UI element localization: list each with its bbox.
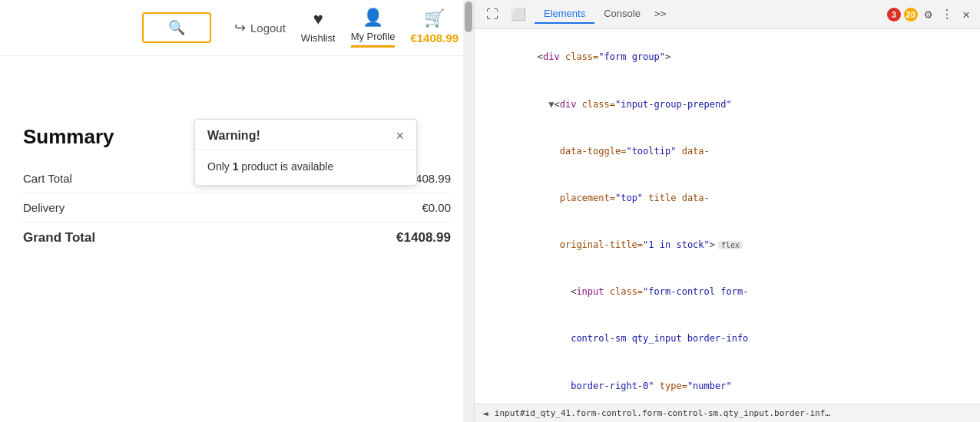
devtools-panel: ⛶ ⬜ Elements Console >> 3 20 ⚙ ⋮ ✕ <div … [475, 0, 980, 422]
menu-icon[interactable]: ⋮ [939, 5, 955, 24]
element-picker-icon[interactable]: ⛶ [482, 5, 502, 24]
cart-total-label: Cart Total [23, 172, 72, 185]
grand-total-label: Grand Total [23, 230, 95, 246]
grand-total-value: €1408.99 [396, 230, 451, 246]
code-line-1: <div class="form group"> [475, 34, 980, 81]
devtools-code-area[interactable]: <div class="form group"> ▼<div class="in… [475, 29, 980, 404]
code-line-7: control-sm qty_input border-info [475, 315, 980, 362]
devtools-tabs: Elements Console >> [535, 5, 671, 24]
delivery-row: Delivery €0.00 [23, 193, 451, 223]
scroll-thumb[interactable] [465, 2, 472, 32]
code-line-3: data-toggle="tooltip" data- [475, 127, 980, 174]
error-badge: 3 [887, 8, 901, 21]
warning-header: Warning! × [195, 120, 416, 150]
warning-body: Only 1 product is available [195, 150, 416, 185]
nav-items: ↪ Logout ♥ Wishlist 👤 My Profile 🛒 €1408… [234, 8, 459, 48]
grand-total-row: Grand Total €1408.99 [23, 223, 451, 253]
delivery-label: Delivery [23, 201, 65, 214]
warning-title: Warning! [207, 129, 260, 143]
logout-button[interactable]: ↪ Logout [234, 19, 286, 36]
nav-item-wishlist[interactable]: ♥ Wishlist [301, 9, 336, 47]
warning-close-button[interactable]: × [396, 129, 404, 143]
tab-elements[interactable]: Elements [535, 5, 594, 24]
devtools-statusbar: ◄ input#id_qty_41.form-control.form-cont… [475, 404, 980, 422]
logout-label: Logout [250, 21, 286, 35]
tab-more[interactable]: >> [650, 5, 671, 24]
code-line-8: border-right-0" type="number" [475, 362, 980, 404]
search-box[interactable]: 🔍 [142, 12, 211, 43]
code-line-5: original-title="1 in stock">flex [475, 222, 980, 269]
header-nav: 🔍 ↪ Logout ♥ Wishlist 👤 My Profile 🛒 €14… [0, 0, 474, 56]
code-line-4: placement="top" title data- [475, 175, 980, 222]
close-devtools-icon[interactable]: ✕ [960, 5, 972, 24]
logout-icon: ↪ [234, 19, 246, 36]
settings-icon[interactable]: ⚙ [922, 5, 935, 24]
wishlist-icon: ♥ [313, 9, 323, 29]
cart-label: €1408.99 [410, 31, 459, 45]
left-panel: 🔍 ↪ Logout ♥ Wishlist 👤 My Profile 🛒 €14… [0, 0, 475, 422]
profile-icon: 👤 [363, 8, 383, 28]
search-icon: 🔍 [168, 19, 185, 36]
warning-badge: 20 [904, 8, 918, 21]
warning-message-part2: product is available [238, 160, 333, 173]
scrollbar[interactable] [463, 0, 474, 422]
device-toggle-icon[interactable]: ⬜ [507, 5, 530, 24]
delivery-value: €0.00 [422, 201, 451, 214]
cart-icon: 🛒 [424, 8, 445, 28]
warning-message-part1: Only [207, 160, 233, 173]
nav-item-cart[interactable]: 🛒 €1408.99 [410, 8, 459, 48]
code-line-2: ▼<div class="input-group-prepend" [475, 81, 980, 127]
statusbar-text: input#id_qty_41.form-control.form-contro… [495, 408, 830, 418]
tab-console[interactable]: Console [594, 5, 650, 24]
statusbar-back-arrow[interactable]: ◄ [482, 407, 488, 419]
devtools-toolbar: ⛶ ⬜ Elements Console >> 3 20 ⚙ ⋮ ✕ [475, 0, 980, 29]
myprofile-label: My Profile [351, 31, 396, 42]
wishlist-label: Wishlist [301, 32, 336, 44]
nav-item-myprofile[interactable]: 👤 My Profile [351, 8, 396, 48]
code-line-6: <input class="form-control form- [475, 269, 980, 315]
warning-popup: Warning! × Only 1 product is available [194, 119, 417, 186]
error-badge-group: 3 20 [887, 8, 918, 21]
